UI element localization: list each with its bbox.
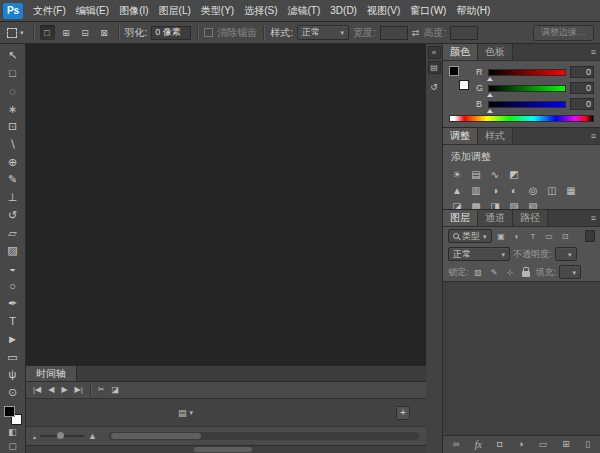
tool-preset-dropdown[interactable]: ▾ [4, 26, 27, 40]
curves-icon[interactable]: ∿ [487, 167, 503, 181]
hand-tool-button[interactable]: ψ [2, 366, 24, 384]
green-channel-slider[interactable] [488, 85, 566, 92]
blue-channel-slider[interactable] [488, 101, 566, 108]
menu-file[interactable]: 文件(F) [28, 0, 71, 21]
zoom-in-icon[interactable]: ▲ [88, 431, 97, 441]
shape-tool-button[interactable]: ▭ [2, 348, 24, 366]
collapsed-history-panel-button[interactable]: ↺ [430, 82, 438, 92]
add-to-selection-button[interactable]: ⊞ [59, 25, 74, 40]
opacity-dropdown[interactable]: ▾ [555, 247, 577, 261]
filter-type-layers-icon[interactable]: T [527, 230, 540, 243]
filter-adjustment-layers-icon[interactable]: ◐ [511, 230, 524, 243]
timeline-scrollbar-thumb[interactable] [111, 433, 201, 439]
tab-timeline[interactable]: 时间轴 [26, 366, 77, 381]
move-tool-button[interactable]: ↖ [2, 47, 24, 65]
red-channel-value[interactable]: 0 [570, 66, 594, 78]
tab-styles[interactable]: 样式 [478, 128, 513, 144]
play-button[interactable]: ▶ [61, 386, 67, 394]
menu-filter[interactable]: 滤镜(T) [283, 0, 326, 21]
type-tool-button[interactable]: T [2, 313, 24, 331]
screen-mode-button[interactable]: ▢ [2, 439, 24, 453]
gradient-map-icon[interactable]: ▨ [506, 199, 522, 210]
spot-healing-brush-tool-button[interactable]: ⊕ [2, 153, 24, 171]
channel-mixer-icon[interactable]: ◫ [544, 183, 560, 197]
new-selection-button[interactable]: □ [40, 25, 55, 40]
zoom-tool-button[interactable]: ⊙ [2, 384, 24, 402]
menu-help[interactable]: 帮助(H) [451, 0, 495, 21]
subtract-from-selection-button[interactable]: ⊟ [78, 25, 93, 40]
filter-pixel-layers-icon[interactable]: ▣ [495, 230, 508, 243]
canvas[interactable] [26, 44, 426, 365]
hue-saturation-icon[interactable]: ▥ [468, 183, 484, 197]
filter-type-dropdown[interactable]: 类型 ▾ [448, 229, 492, 243]
pen-tool-button[interactable]: ✒ [2, 295, 24, 313]
antialias-checkbox[interactable] [204, 28, 213, 37]
background-color-swatch[interactable] [459, 80, 469, 90]
tab-swatches[interactable]: 色板 [478, 44, 513, 60]
rectangular-marquee-tool-button[interactable]: □ [2, 65, 24, 83]
expand-dock-button[interactable]: « [428, 46, 441, 59]
menu-layer[interactable]: 图层(L) [154, 0, 196, 21]
red-channel-slider[interactable] [488, 69, 566, 76]
foreground-background-swatches[interactable] [4, 406, 22, 425]
add-layer-mask-button[interactable]: ◘ [497, 440, 502, 449]
color-mini-swatches[interactable] [449, 66, 469, 90]
new-layer-button[interactable]: ⊞ [562, 440, 570, 449]
path-selection-tool-button[interactable]: ► [2, 331, 24, 349]
delete-layer-button[interactable]: ▯ [585, 440, 590, 449]
menu-image[interactable]: 图像(I) [114, 0, 153, 21]
split-clip-button[interactable]: ✂ [98, 386, 105, 394]
crop-tool-button[interactable]: ⊡ [2, 118, 24, 136]
black-white-icon[interactable]: ◐ [506, 183, 522, 197]
new-adjustment-layer-button[interactable]: ◑ [518, 440, 523, 449]
menu-3d[interactable]: 3D(D) [325, 0, 362, 21]
height-input[interactable] [450, 26, 478, 40]
intersect-selection-button[interactable]: ⊠ [97, 25, 112, 40]
menu-type[interactable]: 类型(Y) [196, 0, 239, 21]
next-frame-button[interactable]: ▶| [75, 386, 83, 394]
menu-select[interactable]: 选择(S) [239, 0, 282, 21]
new-group-button[interactable]: ▭ [538, 440, 547, 449]
window-bottom-scrollbar[interactable] [26, 445, 426, 453]
selective-color-icon[interactable]: ▧ [525, 199, 541, 210]
panel-menu-icon[interactable]: ≡ [591, 131, 596, 141]
filter-smart-objects-icon[interactable]: ⊡ [559, 230, 572, 243]
tab-channels[interactable]: 通道 [478, 210, 513, 226]
collapsed-properties-panel-button[interactable]: ▤ [428, 61, 441, 74]
filter-shape-layers-icon[interactable]: ▭ [543, 230, 556, 243]
track-options-dropdown[interactable]: ▤ ▾ [178, 408, 193, 418]
previous-frame-button[interactable]: ◀ [48, 386, 54, 394]
eraser-tool-button[interactable]: ▱ [2, 224, 24, 242]
foreground-color-swatch[interactable] [4, 406, 15, 417]
lock-all-icon[interactable] [520, 266, 533, 279]
dodge-tool-button[interactable]: ○ [2, 277, 24, 295]
transition-button[interactable]: ◪ [111, 386, 119, 394]
menu-edit[interactable]: 编辑(E) [71, 0, 114, 21]
zoom-out-icon[interactable]: ▴ [33, 433, 36, 440]
blend-mode-dropdown[interactable]: 正常 ▾ [448, 247, 510, 261]
filter-toggle-switch[interactable] [585, 230, 595, 242]
blur-tool-button[interactable]: ◒ [2, 260, 24, 278]
lock-position-icon[interactable]: ⊹ [504, 266, 517, 279]
slider-marker[interactable] [487, 77, 493, 81]
tab-adjustments[interactable]: 调整 [443, 128, 478, 144]
slider-marker[interactable] [487, 109, 493, 113]
timeline-scrollbar[interactable] [109, 432, 419, 440]
exposure-icon[interactable]: ◩ [506, 167, 522, 181]
lasso-tool-button[interactable]: ◌ [2, 82, 24, 100]
brightness-contrast-icon[interactable]: ☀ [449, 167, 465, 181]
quick-selection-tool-button[interactable]: ∗ [2, 100, 24, 118]
threshold-icon[interactable]: ◨ [487, 199, 503, 210]
posterize-icon[interactable]: ▩ [468, 199, 484, 210]
panel-menu-icon[interactable]: ≡ [591, 213, 596, 223]
swap-dimensions-icon[interactable]: ⇄ [412, 28, 420, 38]
menu-view[interactable]: 视图(V) [362, 0, 405, 21]
add-media-button[interactable]: + [396, 406, 410, 420]
layer-styles-button[interactable]: fx [475, 440, 482, 450]
menu-window[interactable]: 窗口(W) [405, 0, 451, 21]
lock-transparent-pixels-icon[interactable]: ▨ [472, 266, 485, 279]
scrollbar-thumb[interactable] [194, 447, 252, 452]
photo-filter-icon[interactable]: ◎ [525, 183, 541, 197]
feather-input[interactable] [151, 26, 191, 40]
quick-mask-button[interactable]: ◧ [2, 425, 24, 439]
